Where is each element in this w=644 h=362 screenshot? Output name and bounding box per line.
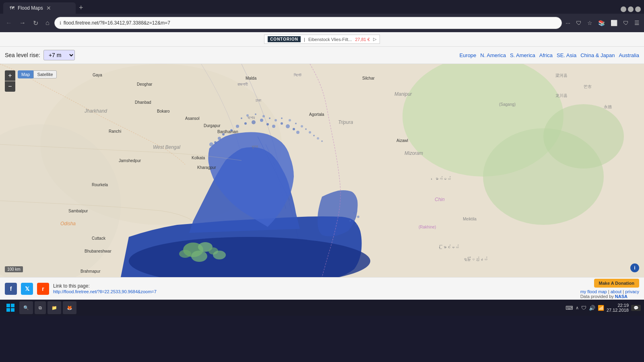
notification-button[interactable]: 💬 bbox=[631, 305, 641, 311]
svg-point-42 bbox=[213, 251, 226, 259]
address-bar[interactable]: ℹ flood.firetree.net/?ll=16.3412,97.3388… bbox=[54, 17, 562, 29]
svg-point-29 bbox=[289, 119, 291, 121]
footer-left: f 𝕏 r Link to this page: http://flood.fi… bbox=[5, 283, 157, 295]
about-link[interactable]: about bbox=[611, 289, 622, 294]
container-button[interactable]: ⬜ bbox=[609, 19, 619, 27]
scale-bar-label: 100 km bbox=[5, 266, 23, 272]
taskbar-file-manager-button[interactable]: 📁 bbox=[47, 301, 61, 314]
zoom-out-button[interactable]: − bbox=[5, 81, 15, 92]
network-icon: ⌨ bbox=[566, 305, 573, 311]
refresh-button[interactable]: ↻ bbox=[31, 18, 41, 29]
nasa-link[interactable]: NASA bbox=[615, 294, 627, 299]
ad-product: Eibenstock Vlies-Filt... bbox=[308, 37, 352, 42]
tab-title: Flood Maps bbox=[18, 5, 43, 11]
svg-point-25 bbox=[262, 115, 265, 117]
svg-rect-49 bbox=[6, 308, 10, 312]
data-credit-label: Data provided by bbox=[580, 294, 614, 299]
back-button[interactable]: ← bbox=[3, 18, 14, 28]
zoom-in-button[interactable]: + bbox=[5, 70, 15, 81]
region-africa[interactable]: Africa bbox=[539, 52, 553, 58]
shield-button[interactable]: 🛡 bbox=[575, 19, 583, 27]
library-button[interactable]: 📚 bbox=[597, 19, 606, 27]
nav-bar: ← → ↻ ⌂ ℹ flood.firetree.net/?ll=16.3412… bbox=[0, 14, 644, 32]
svg-point-3 bbox=[543, 104, 624, 169]
taskbar-task-view-button[interactable]: ⧉ bbox=[35, 301, 46, 314]
svg-point-32 bbox=[305, 128, 307, 130]
tab-favicon: 🗺 bbox=[10, 5, 14, 11]
donate-button[interactable]: Make A Donation bbox=[594, 279, 639, 288]
footer-links: my flood map | about | privacy Data prov… bbox=[580, 289, 639, 299]
svg-point-39 bbox=[179, 250, 191, 258]
region-links: Europe N. America S. America Africa SE. … bbox=[459, 52, 639, 58]
more-button[interactable]: ··· bbox=[564, 19, 572, 27]
svg-point-16 bbox=[293, 128, 295, 130]
map-container[interactable]: Malda Silchar Gaya Deoghar Dhanbad Jhark… bbox=[0, 64, 644, 277]
map-type-buttons: Map Satellite bbox=[18, 70, 57, 78]
ad-bar: CONTORION | Eibenstock Vlies-Filt... 27,… bbox=[0, 32, 644, 47]
reddit-share-button[interactable]: r bbox=[37, 283, 49, 295]
region-s-america[interactable]: S. America bbox=[510, 52, 535, 58]
svg-point-15 bbox=[286, 124, 290, 128]
svg-point-18 bbox=[222, 133, 225, 136]
svg-point-7 bbox=[230, 129, 233, 132]
minimize-button[interactable]: — bbox=[621, 6, 626, 12]
svg-point-20 bbox=[214, 141, 217, 144]
taskbar-search-button[interactable]: 🔍 bbox=[19, 301, 33, 314]
page-link[interactable]: http://flood.firetree.net/?ll=22.2533,90… bbox=[53, 289, 157, 294]
security-icon: ℹ bbox=[60, 21, 61, 26]
svg-point-9 bbox=[244, 122, 247, 125]
region-se-asia[interactable]: SE. Asia bbox=[557, 52, 576, 58]
taskbar-time: 22:19 27.12.2018 bbox=[607, 303, 629, 313]
sea-level-control: Sea level rise: +7 m +1 m +2 m +3 m +4 m… bbox=[5, 50, 75, 60]
my-flood-map-link[interactable]: my flood map bbox=[580, 289, 607, 294]
ad-content[interactable]: CONTORION | Eibenstock Vlies-Filt... 27,… bbox=[264, 35, 380, 44]
new-tab-button[interactable]: + bbox=[76, 2, 87, 14]
speaker-icon: 🔊 bbox=[589, 305, 595, 311]
svg-point-14 bbox=[281, 122, 283, 125]
svg-point-27 bbox=[275, 119, 277, 121]
footer-right: Make A Donation my flood map | about | p… bbox=[580, 279, 639, 299]
sea-level-label: Sea level rise: bbox=[5, 52, 40, 58]
taskbar-firefox-button[interactable]: 🦊 bbox=[63, 301, 76, 314]
firefox-icon: 🦊 bbox=[67, 305, 72, 311]
map-info-button[interactable]: i bbox=[630, 263, 639, 272]
close-button[interactable]: ✕ bbox=[635, 6, 641, 12]
twitter-share-button[interactable]: 𝕏 bbox=[21, 283, 33, 295]
ad-separator: | bbox=[304, 37, 305, 42]
svg-point-28 bbox=[281, 117, 283, 119]
sea-level-select[interactable]: +7 m +1 m +2 m +3 m +4 m +5 m +6 m +8 m … bbox=[43, 50, 75, 60]
star-button[interactable]: ☆ bbox=[586, 19, 594, 27]
svg-point-31 bbox=[301, 125, 303, 128]
link-section: Link to this page: http://flood.firetree… bbox=[53, 283, 157, 294]
ad-price: 27,81 € bbox=[355, 37, 370, 42]
tab-close-button[interactable]: ✕ bbox=[46, 5, 51, 11]
region-n-america[interactable]: N. America bbox=[480, 52, 506, 58]
map-type-satellite-button[interactable]: Satellite bbox=[33, 70, 56, 78]
start-button[interactable] bbox=[3, 300, 18, 315]
maximize-button[interactable]: ⬜ bbox=[628, 6, 634, 12]
svg-rect-47 bbox=[6, 304, 10, 307]
active-tab[interactable]: 🗺 Flood Maps ✕ bbox=[3, 2, 76, 14]
svg-point-46 bbox=[355, 224, 357, 226]
svg-point-43 bbox=[353, 212, 355, 214]
region-europe[interactable]: Europe bbox=[459, 52, 476, 58]
region-china-japan[interactable]: China & Japan bbox=[580, 52, 615, 58]
time-display: 22:19 bbox=[607, 303, 629, 308]
svg-point-17 bbox=[296, 131, 299, 134]
forward-button[interactable]: → bbox=[17, 18, 28, 28]
extension-button[interactable]: 🛡 bbox=[622, 19, 630, 27]
svg-point-26 bbox=[269, 117, 270, 119]
antivirus-icon: 🛡 bbox=[581, 305, 586, 311]
svg-point-30 bbox=[295, 123, 297, 124]
window-controls: — ⬜ ✕ bbox=[621, 6, 641, 14]
url-text: flood.firetree.net/?ll=16.3412,97.3388&z… bbox=[64, 20, 557, 26]
wifi-icon: 📶 bbox=[598, 305, 604, 311]
privacy-link[interactable]: privacy bbox=[625, 289, 639, 294]
menu-button[interactable]: ☰ bbox=[633, 19, 641, 27]
map-type-map-button[interactable]: Map bbox=[18, 70, 33, 78]
region-australia[interactable]: Australia bbox=[619, 52, 639, 58]
facebook-share-button[interactable]: f bbox=[5, 283, 17, 295]
home-button[interactable]: ⌂ bbox=[43, 18, 52, 28]
folder-icon: 📁 bbox=[52, 305, 57, 311]
nav-actions: ··· 🛡 ☆ 📚 ⬜ 🛡 ☰ bbox=[564, 19, 641, 27]
